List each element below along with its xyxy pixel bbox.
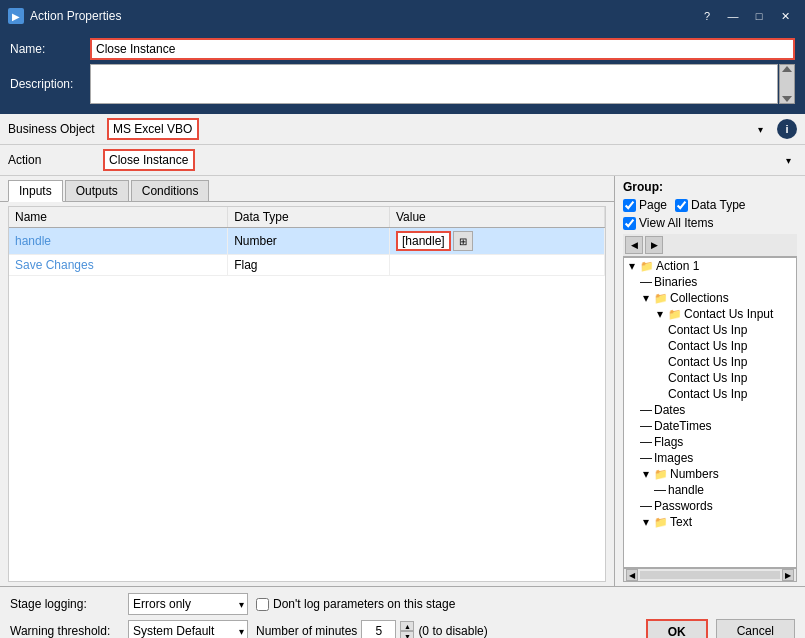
- value-picker-btn[interactable]: ⊞: [453, 231, 473, 251]
- minutes-note: (0 to disable): [418, 624, 487, 638]
- action-select[interactable]: Close Instance: [103, 149, 195, 171]
- tree-nav: ◀ ▶: [623, 234, 797, 257]
- value-tag[interactable]: [handle]: [396, 231, 451, 251]
- folder-icon: 📁: [654, 292, 668, 305]
- tree-item-label: Action 1: [656, 259, 699, 273]
- expand-icon: ▾: [626, 259, 638, 273]
- folder-icon: 📁: [654, 468, 668, 481]
- tree-nav-left[interactable]: ◀: [625, 236, 643, 254]
- tree-scroll-right[interactable]: ▶: [782, 569, 794, 581]
- tree-item-label: DateTimes: [654, 419, 712, 433]
- list-item[interactable]: Contact Us Inp: [624, 370, 796, 386]
- tree-item-passwords[interactable]: — Passwords: [624, 498, 796, 514]
- restore-button[interactable]: □: [747, 6, 771, 26]
- list-item[interactable]: Contact Us Inp: [624, 322, 796, 338]
- inputs-table: Name Data Type Value handle Number [hand…: [8, 206, 606, 582]
- tree-item-label: Contact Us Inp: [668, 323, 747, 337]
- expand-icon: ▾: [640, 291, 652, 305]
- col-value: Value: [389, 207, 604, 228]
- tree-item-label: Collections: [670, 291, 729, 305]
- expand-icon: —: [640, 275, 652, 289]
- stage-logging-row: Stage logging: Errors only Don't log par…: [10, 593, 795, 615]
- folder-icon: 📁: [640, 260, 654, 273]
- warning-threshold-select[interactable]: System Default: [128, 620, 248, 638]
- table-row[interactable]: handle Number [handle] ⊞: [9, 228, 605, 255]
- spinner-up[interactable]: ▲: [400, 621, 414, 631]
- tree-item-label: Contact Us Inp: [668, 387, 747, 401]
- list-item[interactable]: Contact Us Inp: [624, 354, 796, 370]
- action-label: Action: [8, 153, 103, 167]
- tab-inputs[interactable]: Inputs: [8, 180, 63, 202]
- row2-name: Save Changes: [9, 255, 228, 276]
- minutes-label: Number of minutes: [256, 624, 357, 638]
- list-item[interactable]: Contact Us Inp: [624, 338, 796, 354]
- row1-value: [handle] ⊞: [389, 228, 604, 255]
- minutes-input[interactable]: [361, 620, 396, 638]
- checkbox-page[interactable]: Page: [623, 198, 667, 212]
- tree-item-numbers[interactable]: ▾ 📁 Numbers: [624, 466, 796, 482]
- left-panel: Inputs Outputs Conditions Name Data Type…: [0, 176, 615, 586]
- name-row: Name:: [10, 38, 795, 60]
- checkbox-datatype[interactable]: Data Type: [675, 198, 745, 212]
- tab-outputs[interactable]: Outputs: [65, 180, 129, 201]
- bottom-bar: Stage logging: Errors only Don't log par…: [0, 586, 805, 638]
- minimize-button[interactable]: —: [721, 6, 745, 26]
- folder-icon: 📁: [668, 308, 682, 321]
- row1-name: handle: [9, 228, 228, 255]
- list-item[interactable]: Contact Us Inp: [624, 386, 796, 402]
- expand-icon: ▾: [640, 515, 652, 529]
- name-input[interactable]: [90, 38, 795, 60]
- form-area: Name: Description:: [0, 32, 805, 114]
- spinner-down[interactable]: ▼: [400, 631, 414, 638]
- tree-item-label: Numbers: [670, 467, 719, 481]
- info-button[interactable]: i: [777, 119, 797, 139]
- business-object-select[interactable]: MS Excel VBO: [107, 118, 199, 140]
- cancel-button[interactable]: Cancel: [716, 619, 795, 638]
- tree-item-label: Flags: [654, 435, 683, 449]
- tree-item-handle[interactable]: — handle: [624, 482, 796, 498]
- stage-logging-label: Stage logging:: [10, 597, 120, 611]
- help-button[interactable]: ?: [695, 6, 719, 26]
- right-panel: Group: Page Data Type View All Items ◀ ▶: [615, 176, 805, 586]
- tree-item-dates[interactable]: — Dates: [624, 402, 796, 418]
- ok-cancel-area: OK Cancel: [646, 619, 795, 638]
- tree-item-collections[interactable]: ▾ 📁 Collections: [624, 290, 796, 306]
- description-input[interactable]: [90, 64, 778, 104]
- tree-item-action1[interactable]: ▾ 📁 Action 1: [624, 258, 796, 274]
- tree-item-label: Text: [670, 515, 692, 529]
- expand-icon: ▾: [654, 307, 666, 321]
- expand-icon: —: [654, 483, 666, 497]
- close-button[interactable]: ✕: [773, 6, 797, 26]
- dont-log-checkbox[interactable]: [256, 598, 269, 611]
- dont-log-label: Don't log parameters on this stage: [273, 597, 455, 611]
- table-row[interactable]: Save Changes Flag: [9, 255, 605, 276]
- tree-nav-right[interactable]: ▶: [645, 236, 663, 254]
- ok-button[interactable]: OK: [646, 619, 708, 638]
- tree-item-label: Contact Us Input: [684, 307, 773, 321]
- window-title: Action Properties: [30, 9, 689, 23]
- tree-item-label: Passwords: [654, 499, 713, 513]
- tree-item-label: Contact Us Inp: [668, 339, 747, 353]
- data-tree[interactable]: ▾ 📁 Action 1 — Binaries ▾ 📁 Collections: [623, 257, 797, 568]
- expand-icon: —: [640, 499, 652, 513]
- warning-threshold-label: Warning threshold:: [10, 624, 120, 638]
- tree-item-label: handle: [668, 483, 704, 497]
- tab-conditions[interactable]: Conditions: [131, 180, 210, 201]
- checkbox-viewall[interactable]: View All Items: [623, 216, 797, 230]
- col-name: Name: [9, 207, 228, 228]
- expand-icon: —: [640, 403, 652, 417]
- tree-scroll-left[interactable]: ◀: [626, 569, 638, 581]
- tree-item-flags[interactable]: — Flags: [624, 434, 796, 450]
- tree-item-text[interactable]: ▾ 📁 Text: [624, 514, 796, 530]
- description-label: Description:: [10, 77, 90, 91]
- tree-item-images[interactable]: — Images: [624, 450, 796, 466]
- expand-icon: —: [640, 435, 652, 449]
- tree-item-contactus[interactable]: ▾ 📁 Contact Us Input: [624, 306, 796, 322]
- stage-logging-select[interactable]: Errors only: [128, 593, 248, 615]
- group-label: Group:: [623, 180, 797, 194]
- tree-item-label: Contact Us Inp: [668, 371, 747, 385]
- tree-item-datetimes[interactable]: — DateTimes: [624, 418, 796, 434]
- tree-item-binaries[interactable]: — Binaries: [624, 274, 796, 290]
- row2-type: Flag: [228, 255, 390, 276]
- tree-item-label: Binaries: [654, 275, 697, 289]
